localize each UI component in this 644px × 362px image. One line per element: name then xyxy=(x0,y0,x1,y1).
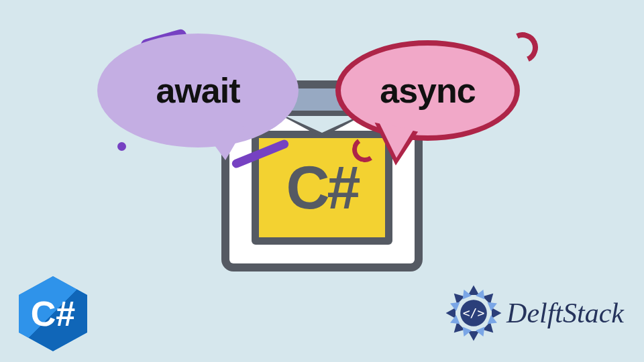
svg-marker-6 xyxy=(446,308,455,318)
async-accent-arc-top xyxy=(503,28,543,68)
async-label: async xyxy=(380,70,475,111)
await-bubble-group: await xyxy=(97,34,319,174)
delftstack-logo: </> DelftStack xyxy=(443,283,624,343)
svg-text:</>: </> xyxy=(463,306,485,320)
rosette-svg-icon: </> xyxy=(443,283,504,343)
await-label: await xyxy=(156,70,239,111)
svg-marker-2 xyxy=(492,308,501,318)
svg-marker-7 xyxy=(450,290,465,304)
svg-marker-3 xyxy=(482,322,497,337)
async-bubble-group: async xyxy=(329,32,543,166)
svg-marker-1 xyxy=(482,290,497,304)
hexagon-icon: C# xyxy=(19,276,87,351)
delftstack-brand-text: DelftStack xyxy=(506,297,624,329)
svg-marker-0 xyxy=(468,286,479,295)
svg-marker-4 xyxy=(468,331,479,341)
svg-marker-5 xyxy=(450,322,465,337)
await-speech-bubble: await xyxy=(97,34,299,147)
csharp-hex-badge: C# xyxy=(19,276,93,350)
async-speech-bubble: async xyxy=(335,40,520,141)
csharp-badge-text: C# xyxy=(31,294,75,334)
delftstack-rosette-icon: </> xyxy=(443,283,504,343)
await-accent-dot-2 xyxy=(117,142,126,151)
